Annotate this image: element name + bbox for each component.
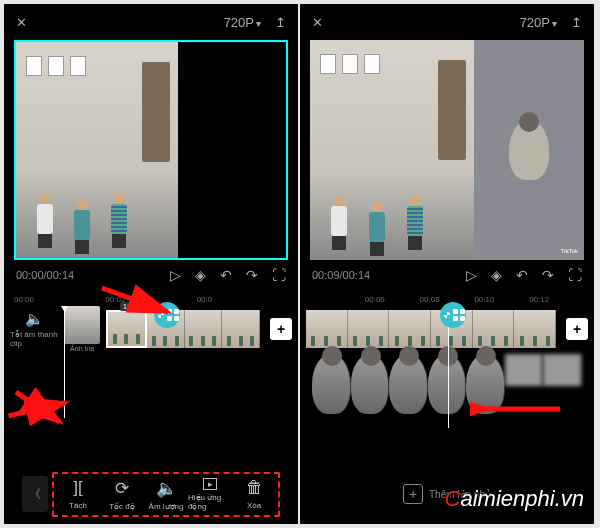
svg-line-1 [9,387,66,431]
animation-icon: ▸ [203,478,217,490]
video-preview[interactable] [14,40,288,260]
cover-thumb[interactable]: Ảnh bìa [64,306,100,353]
grid-view-icon[interactable] [154,302,180,328]
watermark: Caimienphi.vn [445,486,584,512]
speed-button[interactable]: ⟳Tốc độ [100,478,144,511]
toolbar: ][Tách ⟳Tốc độ 🔈Âm lượng ▸Hiệu ứng động … [52,472,280,517]
playhead[interactable] [64,308,65,418]
export-icon[interactable]: ↥ [275,15,286,30]
keyframe-icon[interactable]: ◈ [491,267,502,283]
tiktok-badge: TikTok [561,248,578,254]
collapse-icon[interactable]: 《 [22,476,48,512]
video-preview[interactable]: TikTok [310,40,584,260]
delete-button[interactable]: 🗑Xóa [232,478,276,511]
keyframe-icon[interactable]: ◈ [195,267,206,283]
add-clip-button[interactable]: + [566,318,588,340]
video-track[interactable] [106,310,260,348]
trash-icon: 🗑 [246,478,263,498]
chevron-down-icon: ▾ [256,18,261,29]
fullscreen-icon[interactable]: ⛶ [568,267,582,283]
play-icon[interactable]: ▷ [466,267,477,283]
overlay-track[interactable] [312,354,582,386]
plus-icon: + [403,484,423,504]
speaker-icon: 🔈 [25,310,44,328]
redo-icon[interactable]: ↷ [246,267,258,283]
redo-icon[interactable]: ↷ [542,267,554,283]
resolution-selector[interactable]: 720P▾ [520,15,557,30]
editor-panel-right: ✕ 720P▾ ↥ [300,4,594,524]
timecode: 00:09/00:14 [312,269,370,281]
clip-duration-badge: 12.2s [120,302,143,311]
volume-icon: 🔈 [156,478,177,499]
split-button[interactable]: ][Tách [56,478,100,511]
export-icon[interactable]: ↥ [571,15,582,30]
video-track[interactable] [306,310,556,348]
speed-icon: ⟳ [115,478,129,499]
grid-view-icon[interactable] [440,302,466,328]
mute-clip-button[interactable]: 🔈Tắt âm thanh clip [10,310,58,348]
editor-panel-left: ✕ 720P▾ ↥ [4,4,298,524]
add-clip-button[interactable]: + [270,318,292,340]
fullscreen-icon[interactable]: ⛶ [272,267,286,283]
volume-button[interactable]: 🔈Âm lượng [144,478,188,511]
chevron-down-icon: ▾ [552,18,557,29]
split-icon: ][ [73,478,82,498]
play-icon[interactable]: ▷ [170,267,181,283]
undo-icon[interactable]: ↶ [220,267,232,283]
animation-button[interactable]: ▸Hiệu ứng động [188,478,232,511]
svg-line-2 [16,392,60,422]
resolution-selector[interactable]: 720P▾ [224,15,261,30]
undo-icon[interactable]: ↶ [516,267,528,283]
close-icon[interactable]: ✕ [16,15,27,30]
timecode: 00:00/00:14 [16,269,74,281]
timeline-ruler[interactable]: 00:0000:0200:0 [4,290,298,308]
close-icon[interactable]: ✕ [312,15,323,30]
